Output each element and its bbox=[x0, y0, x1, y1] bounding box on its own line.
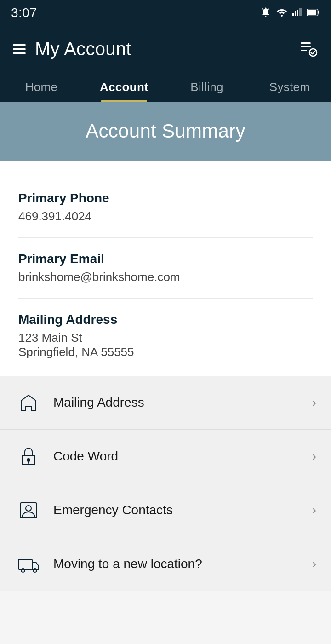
chevron-right-icon: › bbox=[312, 395, 316, 410]
svg-rect-1 bbox=[292, 13, 294, 16]
status-time: 3:07 bbox=[11, 6, 37, 20]
svg-rect-4 bbox=[299, 8, 301, 16]
svg-rect-8 bbox=[301, 42, 311, 44]
menu-list: Mailing Address › Code Word › Emergency … bbox=[0, 376, 331, 591]
chevron-right-icon: › bbox=[312, 557, 316, 571]
mailing-address-field: Mailing Address 123 Main StSpringfield, … bbox=[18, 299, 313, 376]
moving-menu-label: Moving to a new location? bbox=[53, 557, 312, 571]
account-info-section: Primary Phone 469.391.4024 Primary Email… bbox=[0, 161, 331, 376]
menu-item-moving[interactable]: Moving to a new location? › bbox=[0, 537, 331, 591]
emergency-contacts-menu-label: Emergency Contacts bbox=[53, 503, 312, 518]
alarm-icon bbox=[260, 6, 271, 20]
svg-rect-3 bbox=[297, 10, 298, 16]
mailing-address-menu-label: Mailing Address bbox=[53, 395, 312, 410]
menu-item-code-word[interactable]: Code Word › bbox=[0, 430, 331, 483]
lock-icon bbox=[15, 443, 42, 470]
svg-rect-5 bbox=[301, 8, 302, 16]
svg-rect-9 bbox=[301, 46, 311, 47]
svg-rect-7 bbox=[308, 10, 316, 15]
mailing-address-label: Mailing Address bbox=[18, 312, 313, 327]
chevron-right-icon: › bbox=[312, 503, 316, 518]
header: My Account bbox=[0, 26, 331, 72]
status-icons bbox=[260, 6, 320, 20]
svg-rect-2 bbox=[295, 12, 296, 16]
menu-item-emergency-contacts[interactable]: Emergency Contacts › bbox=[0, 483, 331, 537]
tab-account[interactable]: Account bbox=[83, 72, 166, 102]
tab-billing[interactable]: Billing bbox=[166, 72, 248, 102]
truck-icon bbox=[15, 550, 42, 578]
svg-point-16 bbox=[26, 506, 31, 511]
list-check-button[interactable] bbox=[298, 39, 318, 59]
wifi-icon bbox=[276, 7, 288, 19]
svg-rect-10 bbox=[301, 50, 307, 51]
svg-point-0 bbox=[281, 15, 283, 17]
code-word-menu-label: Code Word bbox=[53, 449, 312, 464]
tab-system[interactable]: System bbox=[248, 72, 331, 102]
primary-phone-value: 469.391.4024 bbox=[18, 209, 313, 224]
hamburger-menu-button[interactable] bbox=[13, 44, 26, 54]
primary-email-label: Primary Email bbox=[18, 252, 313, 266]
tab-home[interactable]: Home bbox=[0, 72, 83, 102]
tab-bar: Home Account Billing System bbox=[0, 72, 331, 102]
home-icon bbox=[15, 389, 42, 416]
primary-email-field: Primary Email brinkshome@brinkshome.com bbox=[18, 238, 313, 299]
header-left: My Account bbox=[13, 39, 131, 59]
chevron-right-icon: › bbox=[312, 449, 316, 464]
header-right bbox=[298, 39, 318, 59]
status-bar: 3:07 bbox=[0, 0, 331, 26]
mailing-address-value: 123 Main StSpringfield, NA 55555 bbox=[18, 331, 313, 359]
menu-item-mailing-address[interactable]: Mailing Address › bbox=[0, 376, 331, 430]
signal-icon bbox=[292, 8, 302, 18]
primary-phone-label: Primary Phone bbox=[18, 191, 313, 206]
contacts-icon bbox=[15, 496, 42, 524]
account-summary-banner: Account Summary bbox=[0, 102, 331, 161]
page-title: My Account bbox=[35, 39, 131, 59]
banner-title: Account Summary bbox=[86, 120, 245, 142]
primary-phone-field: Primary Phone 469.391.4024 bbox=[18, 177, 313, 238]
svg-rect-17 bbox=[18, 559, 32, 569]
primary-email-value: brinkshome@brinkshome.com bbox=[18, 270, 313, 284]
battery-icon bbox=[307, 8, 320, 18]
